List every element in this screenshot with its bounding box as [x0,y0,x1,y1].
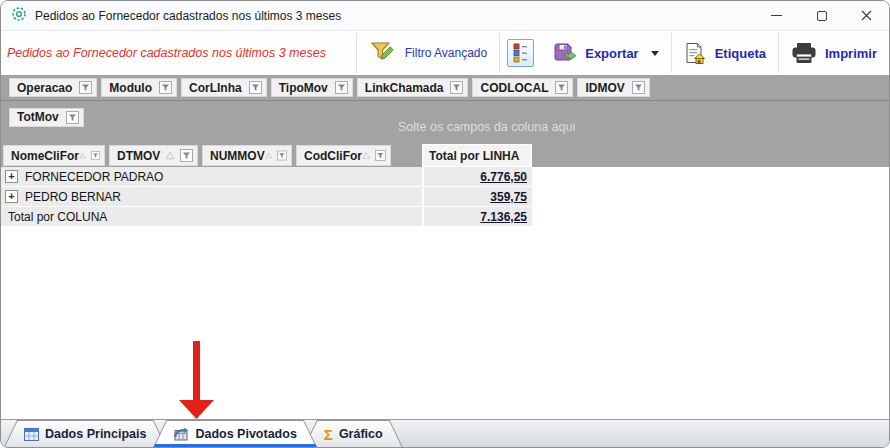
column-header-nomeclifor[interactable]: NomeCliFor [3,145,105,166]
export-floppy-icon [553,42,577,64]
grand-total-value: 7.136,25 [422,207,532,226]
field-button-tipomov[interactable]: TipoMov [271,78,353,97]
table-row[interactable]: + PEDRO BERNAR 359,75 [1,187,532,207]
export-label: Exportar [585,46,638,61]
column-label: DTMOV [117,149,165,163]
filter-icon[interactable] [66,111,79,124]
minimize-icon [771,15,782,16]
filter-icon[interactable] [555,81,568,94]
app-icon [11,6,27,26]
grand-total-label: Total por COLUNA [1,207,422,226]
column-label: NomeCliFor [11,149,79,163]
filter-icon[interactable] [632,81,645,94]
expand-button[interactable]: + [5,170,18,183]
filter-icon[interactable] [79,81,92,94]
row-total-value: 6.776,50 [422,167,532,186]
filter-icon[interactable] [277,149,287,162]
column-drop-zone[interactable]: TotMov Solte os campos da coluna aqui [1,101,889,144]
minimize-button[interactable] [754,1,799,30]
field-label: TotMov [17,110,59,124]
drop-hint-text: Solte os campos da coluna aqui [398,120,575,134]
filter-icon[interactable] [375,149,386,162]
filter-funnel-pencil-icon [369,40,397,66]
advanced-filter-label: Filtro Avançado [405,46,488,60]
pivot-table-icon [173,428,189,441]
row-label-cell: + FORNECEDOR PADRAO [1,167,422,186]
data-table-icon [24,428,39,441]
column-header-nummov[interactable]: NUMMOV [202,145,292,166]
tab-label: Dados Principais [45,427,146,441]
expand-button[interactable]: + [5,190,18,203]
field-button-codlocal[interactable]: CODLOCAL [472,78,573,97]
toolbar: Pedidos ao Fornecedor cadastrados nos úl… [1,31,889,75]
export-dropdown-caret[interactable] [651,51,659,56]
filter-icon[interactable] [91,149,100,162]
toolbar-separator [499,33,500,73]
maximize-icon [817,11,827,21]
tab-label: Gráfico [339,427,383,441]
print-button[interactable]: Imprimir [779,31,889,75]
row-label-cell: + PEDRO BERNAR [1,187,422,206]
pivot-grid: + FORNECEDOR PADRAO 6.776,50 + PEDRO BER… [1,167,532,227]
filter-icon[interactable] [450,81,463,94]
row-total-value: 359,75 [422,187,532,206]
field-button-totmov[interactable]: TotMov [9,108,84,127]
export-button[interactable]: Exportar [541,31,670,75]
annotation-arrow-down [177,339,217,421]
row-label: FORNECEDOR PADRAO [25,170,163,184]
print-label: Imprimir [825,46,877,61]
pivot-column-headers: NomeCliFor DTMOV NUMMOV CodCliFor Total … [1,144,889,167]
maximize-button[interactable] [799,1,844,30]
grand-total-row: Total por COLUNA 7.136,25 [1,207,532,227]
field-label: CorLInha [189,81,242,95]
column-header-dtmov[interactable]: DTMOV [109,145,198,166]
tab-dados-pivotados[interactable]: Dados Pivotados [153,420,316,447]
pivot-empty-area [1,227,889,419]
sort-icon [362,151,370,160]
field-label: Modulo [109,81,152,95]
bottom-tab-strip: Dados Principais Dados Pivotados Σ Gráfi… [1,419,889,447]
field-label: LinkChamada [365,81,444,95]
label-button[interactable]: Etiqueta [672,31,778,75]
sort-icon [265,151,273,160]
filter-icon[interactable] [249,81,262,94]
row-label: PEDRO BERNAR [25,190,121,204]
column-header-codclifor[interactable]: CodCliFor [296,145,391,166]
pivot-filter-area: Operacao Modulo CorLInha TipoMov LinkCha… [1,75,889,101]
window-controls [754,1,889,30]
sort-icon [79,151,86,160]
field-button-linkchamada[interactable]: LinkChamada [357,78,469,97]
app-window: Pedidos ao Fornecedor cadastrados nos úl… [0,0,890,448]
column-label: NUMMOV [210,149,265,163]
close-icon [861,10,872,21]
field-button-idmov[interactable]: IDMOV [577,78,649,97]
field-list-button[interactable] [507,39,534,67]
tab-dados-principais[interactable]: Dados Principais [4,420,166,447]
column-label: CodCliFor [304,149,362,163]
field-label: TipoMov [279,81,328,95]
window-title: Pedidos ao Fornecedor cadastrados nos úl… [35,9,341,23]
label-button-label: Etiqueta [715,46,766,61]
active-tab-indicator [153,444,316,447]
advanced-filter-button[interactable]: Filtro Avançado [357,31,500,75]
tab-grafico[interactable]: Σ Gráfico [304,420,403,447]
field-button-modulo[interactable]: Modulo [101,78,177,97]
title-bar: Pedidos ao Fornecedor cadastrados nos úl… [1,1,889,31]
total-column-header: Total por LINHA [422,144,532,167]
printer-icon [791,43,817,64]
table-row[interactable]: + FORNECEDOR PADRAO 6.776,50 [1,167,532,187]
close-button[interactable] [844,1,889,30]
field-button-corlinha[interactable]: CorLInha [181,78,267,97]
filter-icon[interactable] [159,81,172,94]
field-list-icon [513,43,528,63]
field-label: IDMOV [585,81,624,95]
field-label: CODLOCAL [480,81,548,95]
field-button-operacao[interactable]: Operacao [9,78,97,97]
filter-icon[interactable] [335,81,348,94]
label-document-house-icon [684,42,707,65]
sort-icon [165,151,175,160]
tab-label: Dados Pivotados [195,427,296,441]
filter-icon[interactable] [180,149,193,162]
report-caption: Pedidos ao Fornecedor cadastrados nos úl… [1,31,356,75]
field-label: Operacao [17,81,72,95]
